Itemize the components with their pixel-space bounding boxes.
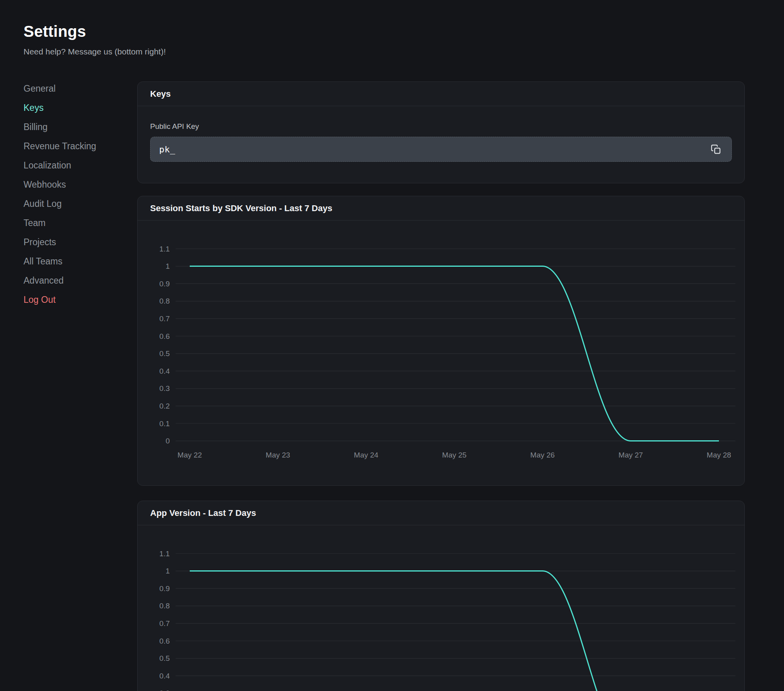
keys-card-body: Public API Key pk_ [138,106,744,183]
svg-text:0.3: 0.3 [160,689,170,691]
layout: General Keys Billing Revenue Tracking Lo… [24,57,784,691]
sidebar-item-all-teams[interactable]: All Teams [24,252,137,271]
public-api-key-label: Public API Key [150,122,732,131]
svg-text:May 27: May 27 [619,451,643,459]
svg-text:May 28: May 28 [707,451,731,459]
app-version-chart-title: App Version - Last 7 Days [150,508,256,518]
app-version-line-chart: 1.110.90.80.70.60.50.40.30.20.10May 22Ma… [138,525,744,691]
svg-text:May 25: May 25 [442,451,466,459]
svg-text:0.7: 0.7 [160,619,170,628]
svg-text:May 24: May 24 [354,451,379,459]
svg-text:0.8: 0.8 [160,297,170,305]
svg-text:May 26: May 26 [530,451,555,459]
sidebar-item-advanced[interactable]: Advanced [24,271,137,290]
sidebar-item-revenue-tracking[interactable]: Revenue Tracking [24,137,137,156]
svg-text:0.2: 0.2 [160,402,170,410]
app-version-chart-header: App Version - Last 7 Days [138,501,744,525]
keys-card-header: Keys [138,82,744,106]
sidebar-item-localization[interactable]: Localization [24,156,137,175]
svg-text:0.6: 0.6 [160,332,170,340]
public-api-key-field[interactable]: pk_ [150,137,732,162]
page-title: Settings [24,22,784,41]
svg-text:0.4: 0.4 [160,367,170,375]
sidebar-item-team[interactable]: Team [24,213,137,233]
svg-text:0.4: 0.4 [160,672,170,680]
svg-text:0.7: 0.7 [160,315,170,323]
sdk-version-line-chart: 1.110.90.80.70.60.50.40.30.20.10May 22Ma… [138,221,744,485]
svg-text:0.9: 0.9 [160,584,170,593]
svg-text:0.1: 0.1 [160,420,170,428]
svg-text:1.1: 1.1 [160,245,170,253]
svg-text:0.6: 0.6 [160,637,170,645]
keys-card-title: Keys [150,89,171,99]
copy-button[interactable] [709,143,723,156]
sidebar-nav: General Keys Billing Revenue Tracking Lo… [24,79,137,309]
sidebar-item-general[interactable]: General [24,79,137,98]
sidebar-item-keys[interactable]: Keys [24,98,137,118]
page-header: Settings Need help? Message us (bottom r… [24,22,784,57]
public-api-key-value: pk_ [159,145,709,154]
sidebar-item-billing[interactable]: Billing [24,118,137,137]
sidebar-item-audit-log[interactable]: Audit Log [24,194,137,213]
sidebar-item-webhooks[interactable]: Webhooks [24,175,137,194]
sidebar-item-projects[interactable]: Projects [24,233,137,252]
svg-text:0.5: 0.5 [160,654,170,662]
sidebar-item-log-out[interactable]: Log Out [24,290,137,309]
svg-text:0.8: 0.8 [160,602,170,610]
svg-text:May 22: May 22 [178,451,202,459]
svg-text:1: 1 [165,567,170,575]
svg-text:1.1: 1.1 [160,550,170,558]
sdk-version-chart-header: Session Starts by SDK Version - Last 7 D… [138,196,744,221]
svg-text:1: 1 [165,262,170,270]
copy-icon [711,144,721,155]
svg-text:0.5: 0.5 [160,349,170,358]
app-version-chart-card: App Version - Last 7 Days 1.110.90.80.70… [137,501,745,691]
svg-text:0: 0 [165,437,170,445]
sdk-version-chart-card: Session Starts by SDK Version - Last 7 D… [137,196,745,486]
page-subtitle: Need help? Message us (bottom right)! [24,46,784,57]
main-content: Keys Public API Key pk_ [137,57,745,691]
svg-text:0.3: 0.3 [160,384,170,393]
svg-text:May 23: May 23 [266,451,290,459]
svg-text:0.9: 0.9 [160,280,170,288]
sdk-version-chart-title: Session Starts by SDK Version - Last 7 D… [150,203,332,213]
keys-card: Keys Public API Key pk_ [137,81,745,183]
